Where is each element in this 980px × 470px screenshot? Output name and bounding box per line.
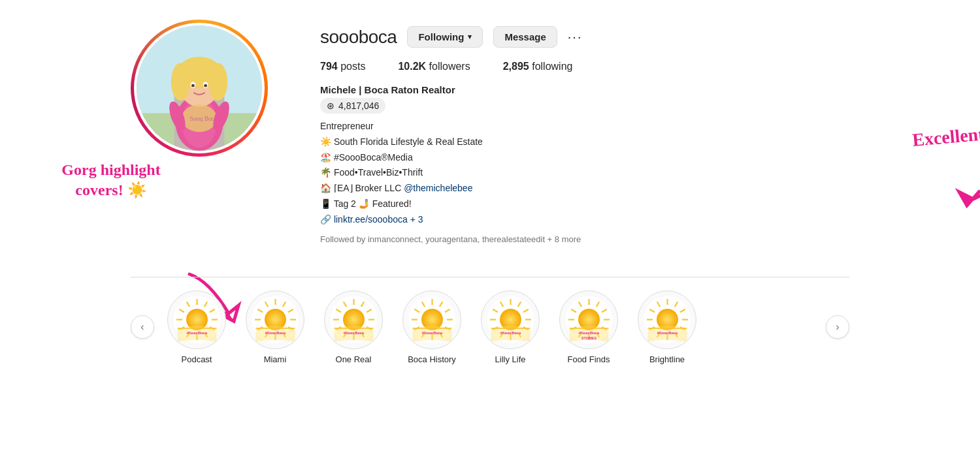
profile-info: soooboca Following ▾ Message ··· 794 pos…: [320, 20, 849, 244]
highlight-circle: #SoooBoca: [402, 290, 461, 349]
highlight-circle: #SoooBoca: [481, 290, 540, 349]
chevron-down-icon: ▾: [468, 33, 472, 41]
highlight-circle: #SoooBocaSTORIES: [559, 290, 618, 349]
highlight-circle: #SoooBoca: [167, 290, 226, 349]
username-row: soooboca Following ▾ Message ···: [320, 26, 849, 48]
profile-top: Sooq Boca Gorg highlight covers! ☀️: [131, 20, 849, 244]
highlight-logo: #SoooBoca: [172, 295, 221, 344]
highlight-circle: #SoooBoca: [638, 290, 696, 349]
following-button[interactable]: Following ▾: [407, 26, 483, 48]
highlight-label: Boca History: [408, 354, 456, 364]
message-button[interactable]: Message: [493, 26, 557, 48]
svg-text:#SoooBoca: #SoooBoca: [421, 330, 442, 335]
highlight-item[interactable]: #SoooBocaBoca History: [402, 290, 461, 364]
highlight-circle: #SoooBoca: [324, 290, 383, 349]
svg-point-14: [204, 84, 207, 87]
highlight-logo: #SoooBoca: [408, 295, 457, 344]
highlight-logo: #SoooBoca: [643, 295, 692, 344]
threads-badge[interactable]: ⊛ 4,817,046: [320, 98, 385, 114]
svg-point-13: [191, 84, 195, 87]
svg-text:#SoooBoca: #SoooBoca: [500, 330, 521, 335]
svg-text:#SoooBoca: #SoooBoca: [343, 330, 364, 335]
svg-text:#SoooBoca: #SoooBoca: [657, 330, 678, 335]
highlight-item[interactable]: #SoooBocaPodcast: [167, 290, 226, 364]
highlight-label: Brightline: [649, 354, 685, 364]
highlight-item[interactable]: #SoooBocaMiami: [246, 290, 304, 364]
bio-link[interactable]: linktr.ee/soooboca + 3: [334, 214, 423, 225]
arrow-cta: [889, 163, 980, 222]
annotation-highlight-covers: Gorg highlight covers! ☀️: [46, 160, 176, 200]
highlight-logo: #SoooBoca: [251, 295, 300, 344]
mentioned-account-link[interactable]: @themichelebee: [404, 183, 472, 193]
svg-point-10: [208, 63, 227, 101]
username: soooboca: [320, 27, 397, 48]
following-label: Following: [418, 31, 464, 42]
highlight-logo: #SoooBoca: [486, 295, 535, 344]
highlights-list: #SoooBocaPodcast#SoooBocaMiami#SoooBocaO…: [154, 284, 826, 371]
svg-text:#SoooBoca: #SoooBoca: [265, 330, 286, 335]
scroll-right-icon: ›: [836, 321, 839, 333]
highlight-logo: #SoooBoca: [329, 295, 378, 344]
highlight-label: Miami: [264, 354, 287, 364]
highlight-item[interactable]: #SoooBocaBrightline: [638, 290, 696, 364]
svg-text:STORIES: STORIES: [581, 336, 596, 340]
followers-stat[interactable]: 10.2K followers: [398, 61, 470, 72]
scroll-right-button[interactable]: ›: [826, 315, 849, 339]
scroll-left-icon: ‹: [140, 321, 144, 333]
svg-text:#SoooBoca: #SoooBoca: [578, 330, 599, 335]
more-options-button[interactable]: ···: [568, 29, 583, 44]
svg-text:Sooq Boca: Sooq Boca: [190, 115, 218, 122]
highlights-section: ‹ #SoooBocaPodcast#SoooBocaMiami#SoooBoc…: [131, 277, 849, 377]
highlight-logo: #SoooBocaSTORIES: [564, 295, 613, 344]
highlight-label: One Real: [336, 354, 372, 364]
followed-by: Followed by inmanconnect, youragentana, …: [320, 234, 849, 244]
highlight-item[interactable]: #SoooBocaLilly Life: [481, 290, 540, 364]
bio-lines: Entrepreneur ☀️ South Florida Lifestyle …: [320, 119, 849, 228]
scroll-left-button[interactable]: ‹: [131, 315, 154, 339]
highlight-label: Podcast: [182, 354, 212, 364]
stats-row: 794 posts 10.2K followers 2,895 followin…: [320, 61, 849, 72]
svg-point-9: [171, 63, 190, 101]
threads-icon: ⊛: [327, 101, 335, 111]
highlight-label: Lilly Life: [495, 354, 526, 364]
highlight-item[interactable]: #SoooBocaOne Real: [324, 290, 383, 364]
highlight-item[interactable]: #SoooBocaSTORIESFood Finds: [559, 290, 618, 364]
highlight-label: Food Finds: [567, 354, 610, 364]
bio-name: Michele | Boca Raton Realtor: [320, 84, 849, 95]
svg-text:#SoooBoca: #SoooBoca: [186, 330, 207, 335]
profile-page: Sooq Boca Gorg highlight covers! ☀️: [0, 0, 980, 470]
highlight-circle: #SoooBoca: [246, 290, 304, 349]
following-stat[interactable]: 2,895 following: [503, 61, 573, 72]
profile-avatar[interactable]: Sooq Boca: [131, 20, 268, 157]
posts-stat[interactable]: 794 posts: [320, 61, 365, 72]
annotation-cta: Excellent CTA!: [911, 119, 980, 151]
